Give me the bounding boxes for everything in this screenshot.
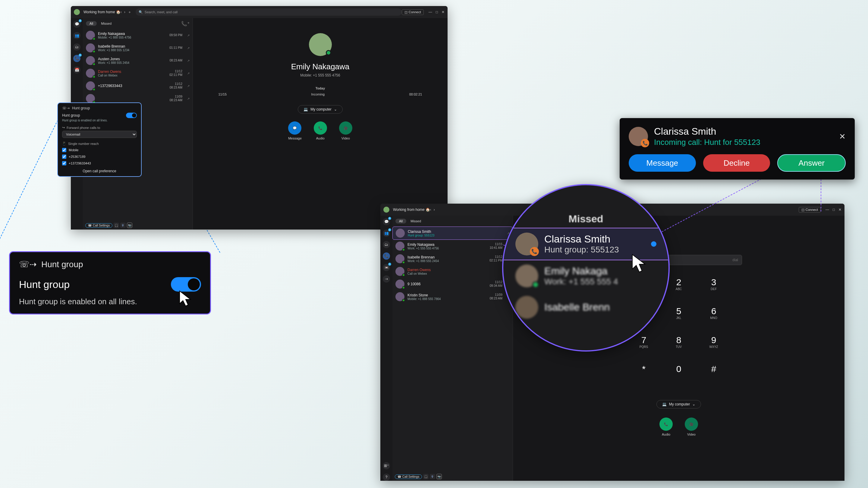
caller-sub: Mobile: +1 888 555 7864	[407, 297, 487, 301]
dialpad-key-3[interactable]: 3DEF	[699, 277, 729, 301]
voicemail-icon[interactable]: 📼1	[383, 264, 390, 271]
self-avatar[interactable]	[74, 9, 80, 15]
status-text[interactable]: Working from home 🏠	[393, 207, 430, 212]
back-icon[interactable]: ‹	[430, 207, 431, 212]
headset-icon[interactable]: 🎧	[423, 474, 429, 479]
search-input[interactable]: 🔍 Search, meet, and call	[135, 8, 402, 16]
dialpad-key-5[interactable]: 5JKL	[664, 306, 694, 330]
checkbox[interactable]	[62, 155, 66, 159]
help-icon[interactable]: ?	[383, 474, 390, 481]
hunt-group-toggle-large[interactable]	[171, 277, 201, 292]
close-icon[interactable]: ✕	[839, 132, 846, 141]
avatar	[86, 94, 95, 103]
caller-name: Isabelle Brennan	[98, 44, 166, 48]
dialpad-key-8[interactable]: 8TUV	[664, 335, 694, 359]
hunt-group-toggle[interactable]	[126, 113, 137, 118]
tab-missed[interactable]: Missed	[101, 22, 112, 25]
tab-all[interactable]: All	[86, 21, 97, 26]
close-icon[interactable]: ✕	[838, 207, 841, 212]
hunt-icon[interactable]: ⇢	[383, 275, 390, 283]
chat-icon[interactable]: 💬4	[383, 218, 390, 225]
dialpad-key-*[interactable]: *	[629, 364, 659, 388]
contacts-icon[interactable]: 🗂	[73, 43, 81, 51]
tab-all[interactable]: All	[396, 219, 406, 224]
call-time: 11/1510:41 AM	[490, 242, 502, 250]
snr-option[interactable]: Mobile	[62, 148, 137, 152]
checkbox[interactable]	[62, 161, 66, 165]
message-button[interactable]: Message	[629, 154, 696, 172]
close-icon[interactable]: ✕	[441, 10, 444, 14]
avatar: 📞	[516, 233, 538, 255]
status-text[interactable]: Working from home 🏠	[84, 10, 121, 14]
snr-option[interactable]: +25367189	[62, 155, 137, 159]
call-entry[interactable]: Isabelle Brennan Work: +1 888 555 1234 0…	[83, 41, 193, 54]
call-entry[interactable]: Kristin Stone Mobile: +1 888 555 7864 11…	[393, 290, 513, 303]
forward-icon[interactable]: ›	[124, 10, 125, 14]
connect-button[interactable]: ◫ Connect	[402, 9, 424, 15]
meetings-icon[interactable]: 📅	[73, 66, 81, 73]
popover-title: Hunt group	[72, 106, 90, 110]
snr-option[interactable]: +13729633443	[62, 161, 137, 165]
call-time: 01:11 PM	[169, 46, 182, 50]
audio-call-button[interactable]: 📞Audio	[314, 121, 327, 140]
dialpad-key-6[interactable]: 6MNO	[699, 306, 729, 330]
call-entry[interactable]: Emily Nakagawa Work: +1 555 555 4756 11/…	[393, 240, 513, 253]
call-entry[interactable]: Darren Owens Call on Webex ↗	[393, 265, 513, 278]
tab-missed[interactable]: Missed	[410, 219, 421, 223]
calling-icon[interactable]: 📞	[383, 253, 390, 260]
mic-icon[interactable]: 🎙	[430, 474, 435, 479]
today-label: Today	[315, 87, 325, 90]
message-button[interactable]: 💬Message	[288, 121, 302, 140]
chat-icon[interactable]: 💬4	[73, 21, 81, 28]
new-icon[interactable]: ＋	[128, 10, 131, 15]
apps-icon[interactable]: ⊞⁺	[383, 462, 390, 469]
dialpad-icon[interactable]: 📞⁺	[181, 21, 190, 27]
teams-icon[interactable]: 👥1	[383, 230, 390, 237]
dialpad-key-#[interactable]: #	[699, 364, 729, 388]
call-entry[interactable]: Darren Owens Call on Webex 11/1202:11 PM…	[83, 67, 193, 79]
decline-button[interactable]: Decline	[703, 154, 770, 172]
dialpad-key-0[interactable]: 0	[664, 364, 694, 388]
hunt-group-icon: ☏⇢	[62, 106, 70, 110]
device-selector[interactable]: 💻 My computer ⌄	[656, 400, 701, 409]
dialpad-key-7[interactable]: 7PQRS	[629, 335, 659, 359]
checkbox[interactable]	[62, 148, 66, 152]
minimize-icon[interactable]: —	[429, 10, 432, 14]
call-entry-isabelle[interactable]: Isabelle Brenn	[503, 292, 669, 323]
answer-button[interactable]: Answer	[777, 154, 846, 172]
back-icon[interactable]: ‹	[121, 10, 122, 14]
camera-icon[interactable]: 📷	[127, 223, 132, 228]
call-settings-button[interactable]: ☎ Call Settings	[85, 223, 113, 228]
maximize-icon[interactable]: □	[436, 10, 438, 14]
self-avatar[interactable]	[383, 207, 390, 213]
minimize-icon[interactable]: —	[826, 207, 829, 212]
headset-icon[interactable]: 🎧	[114, 223, 119, 228]
connect-button[interactable]: ◫ Connect	[799, 207, 821, 213]
call-entry[interactable]: Austen Jones Work: +1 888 555 2454 08:23…	[83, 54, 193, 67]
snr-icon: 📱	[62, 141, 66, 145]
audio-call-button[interactable]: 📞Audio	[659, 418, 673, 436]
forward-icon[interactable]: ›	[434, 207, 435, 212]
maximize-icon[interactable]: □	[833, 207, 835, 212]
camera-icon[interactable]: 📷	[436, 474, 442, 479]
avatar	[396, 267, 404, 276]
open-call-pref-link[interactable]: Open call preference	[62, 169, 137, 173]
call-entry[interactable]: Emily Nakagawa Mobile: +1 888 555 4756 0…	[83, 29, 193, 41]
forward-select[interactable]: Voicemail	[62, 131, 137, 138]
call-entry[interactable]: 9 10086 11/1209:34 AM ↗	[393, 278, 513, 290]
call-entry[interactable]: Clarissa Smith Hunt group: 555123 ↗	[393, 227, 513, 240]
call-entry[interactable]: Isabelle Brennan Work: +1 888 555 2454 1…	[393, 253, 513, 265]
call-entry[interactable]: +13729633443 11/1208:23 AM ↗	[83, 79, 193, 92]
caller-sub: Call on Webex	[98, 74, 166, 77]
call-settings-button[interactable]: ☎ Call Settings	[395, 475, 422, 479]
dialpad-key-9[interactable]: 9WXYZ	[699, 335, 729, 359]
hunt-group-desc: Hunt group is enabled on all lines.	[62, 119, 137, 122]
teams-icon[interactable]: 👥	[73, 32, 81, 39]
video-call-button[interactable]: 🎥Video	[339, 121, 352, 140]
mic-icon[interactable]: 🎙	[120, 223, 126, 228]
contacts-icon[interactable]: 🗂	[383, 241, 390, 248]
device-selector[interactable]: 💻 My computer ⌄	[298, 105, 342, 113]
video-call-button[interactable]: 🎥Video	[685, 418, 698, 436]
titlebar: Working from home 🏠 ‹ › ＋ 🔍 Search, meet…	[71, 6, 447, 18]
calling-icon[interactable]: 📞1	[73, 55, 81, 62]
